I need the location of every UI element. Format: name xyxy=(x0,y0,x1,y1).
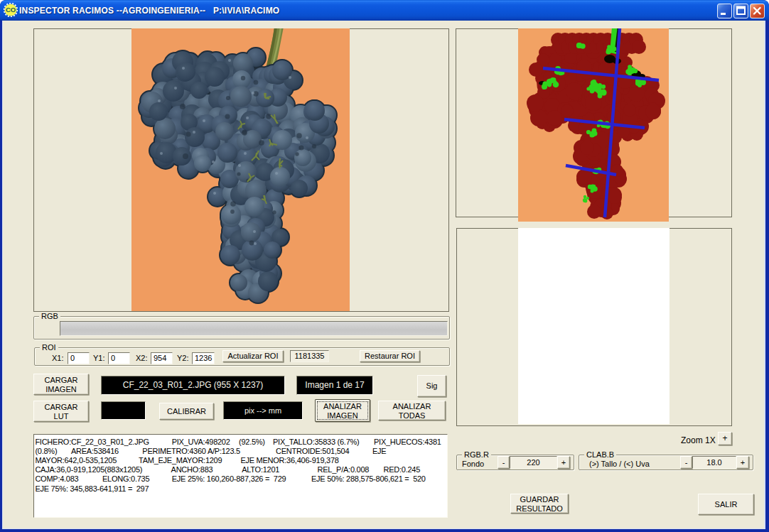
svg-text:CO: CO xyxy=(6,6,16,13)
